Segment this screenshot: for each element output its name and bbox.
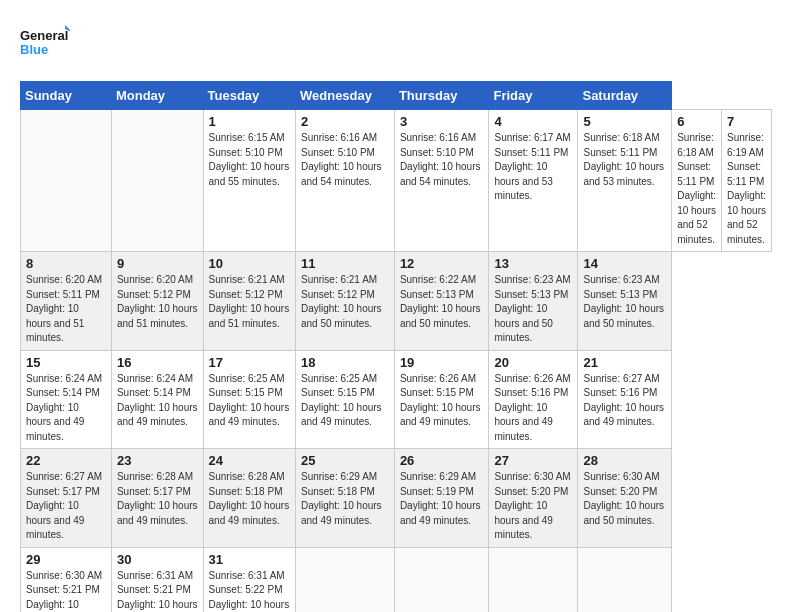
svg-text:Blue: Blue: [20, 42, 48, 57]
calendar-cell: 3 Sunrise: 6:16 AMSunset: 5:10 PMDayligh…: [394, 110, 489, 252]
day-number: 24: [209, 453, 290, 468]
day-info: Sunrise: 6:19 AMSunset: 5:11 PMDaylight:…: [727, 131, 766, 247]
calendar-cell: 10 Sunrise: 6:21 AMSunset: 5:12 PMDaylig…: [203, 252, 295, 351]
calendar-table: SundayMondayTuesdayWednesdayThursdayFrid…: [20, 81, 772, 612]
page-header: General Blue: [20, 20, 772, 65]
day-number: 8: [26, 256, 106, 271]
day-info: Sunrise: 6:23 AMSunset: 5:13 PMDaylight:…: [494, 273, 572, 346]
calendar-cell: [394, 547, 489, 612]
day-number: 20: [494, 355, 572, 370]
day-number: 30: [117, 552, 198, 567]
calendar-cell: 4 Sunrise: 6:17 AMSunset: 5:11 PMDayligh…: [489, 110, 578, 252]
svg-text:General: General: [20, 28, 68, 43]
day-info: Sunrise: 6:28 AMSunset: 5:18 PMDaylight:…: [209, 470, 290, 528]
day-info: Sunrise: 6:31 AMSunset: 5:21 PMDaylight:…: [117, 569, 198, 613]
calendar-cell: 25 Sunrise: 6:29 AMSunset: 5:18 PMDaylig…: [295, 449, 394, 548]
column-header-friday: Friday: [489, 82, 578, 110]
calendar-cell: 27 Sunrise: 6:30 AMSunset: 5:20 PMDaylig…: [489, 449, 578, 548]
day-info: Sunrise: 6:24 AMSunset: 5:14 PMDaylight:…: [26, 372, 106, 445]
calendar-cell: 7 Sunrise: 6:19 AMSunset: 5:11 PMDayligh…: [722, 110, 772, 252]
calendar-cell: 5 Sunrise: 6:18 AMSunset: 5:11 PMDayligh…: [578, 110, 672, 252]
day-number: 17: [209, 355, 290, 370]
day-number: 18: [301, 355, 389, 370]
calendar-cell: [111, 110, 203, 252]
day-info: Sunrise: 6:15 AMSunset: 5:10 PMDaylight:…: [209, 131, 290, 189]
day-info: Sunrise: 6:29 AMSunset: 5:19 PMDaylight:…: [400, 470, 484, 528]
day-info: Sunrise: 6:21 AMSunset: 5:12 PMDaylight:…: [209, 273, 290, 331]
calendar-cell: 16 Sunrise: 6:24 AMSunset: 5:14 PMDaylig…: [111, 350, 203, 449]
day-info: Sunrise: 6:21 AMSunset: 5:12 PMDaylight:…: [301, 273, 389, 331]
calendar-cell: [578, 547, 672, 612]
column-header-saturday: Saturday: [578, 82, 672, 110]
day-number: 12: [400, 256, 484, 271]
day-info: Sunrise: 6:17 AMSunset: 5:11 PMDaylight:…: [494, 131, 572, 204]
day-info: Sunrise: 6:30 AMSunset: 5:21 PMDaylight:…: [26, 569, 106, 613]
day-info: Sunrise: 6:30 AMSunset: 5:20 PMDaylight:…: [494, 470, 572, 543]
calendar-cell: 20 Sunrise: 6:26 AMSunset: 5:16 PMDaylig…: [489, 350, 578, 449]
day-number: 31: [209, 552, 290, 567]
calendar-cell: 6 Sunrise: 6:18 AMSunset: 5:11 PMDayligh…: [672, 110, 722, 252]
column-header-sunday: Sunday: [21, 82, 112, 110]
column-header-tuesday: Tuesday: [203, 82, 295, 110]
day-number: 5: [583, 114, 666, 129]
day-number: 16: [117, 355, 198, 370]
day-info: Sunrise: 6:18 AMSunset: 5:11 PMDaylight:…: [583, 131, 666, 189]
calendar-cell: 8 Sunrise: 6:20 AMSunset: 5:11 PMDayligh…: [21, 252, 112, 351]
calendar-week-5: 29 Sunrise: 6:30 AMSunset: 5:21 PMDaylig…: [21, 547, 772, 612]
day-number: 14: [583, 256, 666, 271]
calendar-cell: 15 Sunrise: 6:24 AMSunset: 5:14 PMDaylig…: [21, 350, 112, 449]
day-number: 2: [301, 114, 389, 129]
day-number: 10: [209, 256, 290, 271]
day-info: Sunrise: 6:31 AMSunset: 5:22 PMDaylight:…: [209, 569, 290, 613]
calendar-cell: 14 Sunrise: 6:23 AMSunset: 5:13 PMDaylig…: [578, 252, 672, 351]
day-number: 7: [727, 114, 766, 129]
calendar-cell: [489, 547, 578, 612]
day-info: Sunrise: 6:18 AMSunset: 5:11 PMDaylight:…: [677, 131, 716, 247]
calendar-week-3: 15 Sunrise: 6:24 AMSunset: 5:14 PMDaylig…: [21, 350, 772, 449]
day-number: 11: [301, 256, 389, 271]
calendar-cell: 22 Sunrise: 6:27 AMSunset: 5:17 PMDaylig…: [21, 449, 112, 548]
day-number: 27: [494, 453, 572, 468]
day-number: 26: [400, 453, 484, 468]
day-number: 13: [494, 256, 572, 271]
day-number: 9: [117, 256, 198, 271]
calendar-cell: 26 Sunrise: 6:29 AMSunset: 5:19 PMDaylig…: [394, 449, 489, 548]
calendar-week-2: 8 Sunrise: 6:20 AMSunset: 5:11 PMDayligh…: [21, 252, 772, 351]
day-number: 21: [583, 355, 666, 370]
logo: General Blue: [20, 20, 70, 65]
calendar-cell: 11 Sunrise: 6:21 AMSunset: 5:12 PMDaylig…: [295, 252, 394, 351]
column-header-wednesday: Wednesday: [295, 82, 394, 110]
day-info: Sunrise: 6:16 AMSunset: 5:10 PMDaylight:…: [400, 131, 484, 189]
calendar-cell: 13 Sunrise: 6:23 AMSunset: 5:13 PMDaylig…: [489, 252, 578, 351]
day-info: Sunrise: 6:22 AMSunset: 5:13 PMDaylight:…: [400, 273, 484, 331]
day-number: 23: [117, 453, 198, 468]
day-info: Sunrise: 6:29 AMSunset: 5:18 PMDaylight:…: [301, 470, 389, 528]
calendar-cell: 9 Sunrise: 6:20 AMSunset: 5:12 PMDayligh…: [111, 252, 203, 351]
day-info: Sunrise: 6:20 AMSunset: 5:12 PMDaylight:…: [117, 273, 198, 331]
calendar-week-1: 1 Sunrise: 6:15 AMSunset: 5:10 PMDayligh…: [21, 110, 772, 252]
day-number: 6: [677, 114, 716, 129]
calendar-cell: 21 Sunrise: 6:27 AMSunset: 5:16 PMDaylig…: [578, 350, 672, 449]
day-number: 15: [26, 355, 106, 370]
day-info: Sunrise: 6:26 AMSunset: 5:16 PMDaylight:…: [494, 372, 572, 445]
calendar-cell: 2 Sunrise: 6:16 AMSunset: 5:10 PMDayligh…: [295, 110, 394, 252]
calendar-cell: 18 Sunrise: 6:25 AMSunset: 5:15 PMDaylig…: [295, 350, 394, 449]
day-number: 22: [26, 453, 106, 468]
day-number: 28: [583, 453, 666, 468]
logo-svg: General Blue: [20, 20, 70, 65]
day-number: 4: [494, 114, 572, 129]
calendar-cell: 31 Sunrise: 6:31 AMSunset: 5:22 PMDaylig…: [203, 547, 295, 612]
day-number: 1: [209, 114, 290, 129]
day-info: Sunrise: 6:20 AMSunset: 5:11 PMDaylight:…: [26, 273, 106, 346]
calendar-cell: 28 Sunrise: 6:30 AMSunset: 5:20 PMDaylig…: [578, 449, 672, 548]
calendar-header-row: SundayMondayTuesdayWednesdayThursdayFrid…: [21, 82, 772, 110]
day-info: Sunrise: 6:25 AMSunset: 5:15 PMDaylight:…: [301, 372, 389, 430]
day-info: Sunrise: 6:26 AMSunset: 5:15 PMDaylight:…: [400, 372, 484, 430]
day-info: Sunrise: 6:25 AMSunset: 5:15 PMDaylight:…: [209, 372, 290, 430]
day-info: Sunrise: 6:23 AMSunset: 5:13 PMDaylight:…: [583, 273, 666, 331]
calendar-cell: 23 Sunrise: 6:28 AMSunset: 5:17 PMDaylig…: [111, 449, 203, 548]
calendar-cell: 24 Sunrise: 6:28 AMSunset: 5:18 PMDaylig…: [203, 449, 295, 548]
day-info: Sunrise: 6:16 AMSunset: 5:10 PMDaylight:…: [301, 131, 389, 189]
calendar-cell: 30 Sunrise: 6:31 AMSunset: 5:21 PMDaylig…: [111, 547, 203, 612]
day-info: Sunrise: 6:24 AMSunset: 5:14 PMDaylight:…: [117, 372, 198, 430]
